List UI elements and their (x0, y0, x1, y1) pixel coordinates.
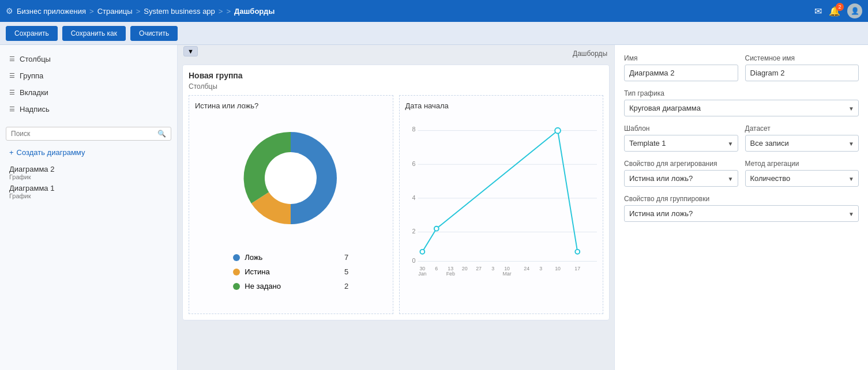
line-chart-title: Дата начала (405, 101, 598, 110)
legend-dot-istina (233, 269, 240, 275)
top-nav: ⚙ Бизнес приложения > Страницы > System … (0, 0, 868, 22)
sidebar-items: ☰ Столбцы ☰ Группа ☰ Вкладки ☰ Надпись (0, 45, 177, 123)
search-box: 🔍 (6, 127, 171, 141)
data-point-2 (434, 226, 438, 231)
diagram-1-type: График (9, 192, 168, 199)
dataset-select-wrap: Все записи Активные ▼ (745, 135, 859, 152)
breadcrumb-label: Дашборды (178, 47, 614, 60)
sidebar-item-label[interactable]: ☰ Надпись (0, 101, 177, 118)
nav-dashboards[interactable]: Дашборды (234, 7, 275, 16)
donut-container: Ложь 7 Истина 5 (195, 115, 387, 290)
group-property-label: Свойство для группировки (624, 195, 859, 203)
bell-icon[interactable]: 🔔 2 (829, 6, 840, 17)
data-point-3 (555, 128, 561, 134)
group-property-select-wrap: Истина или ложь? Дата начала ▼ (624, 205, 859, 222)
line-chart-polyline (422, 131, 577, 252)
nav-pages[interactable]: Страницы (97, 7, 133, 16)
data-point-4 (575, 250, 580, 254)
y-label-2: 2 (412, 228, 415, 235)
avatar[interactable]: 👤 (847, 3, 862, 18)
legend-count-istina: 5 (344, 267, 348, 276)
nav-app[interactable]: Бизнес приложения (17, 7, 86, 16)
clear-button[interactable]: Очистить (130, 26, 178, 41)
chart-type-field: Тип графика Круговая диаграмма Столбчата… (624, 89, 859, 116)
diagram-1-name: Диаграмма 1 (9, 184, 168, 192)
group-subtitle: Столбцы (189, 82, 603, 90)
sidebar-item-group[interactable]: ☰ Группа (0, 67, 177, 84)
agg-property-select[interactable]: Истина или ложь? Дата начала (624, 170, 738, 187)
dataset-label: Датасет (745, 124, 859, 133)
main-layout: ☰ Столбцы ☰ Группа ☰ Вкладки ☰ Надпись 🔍… (0, 45, 868, 370)
search-input[interactable] (11, 130, 157, 138)
top-nav-icons: ✉ 🔔 2 👤 (814, 3, 862, 18)
svg-text:3: 3 (539, 266, 542, 271)
group-property-select[interactable]: Истина или ложь? Дата начала (624, 205, 859, 222)
legend-label-istina: Истина (245, 267, 269, 276)
name-label: Имя (624, 54, 738, 62)
create-diagram-label: Создать диаграмму (17, 148, 85, 157)
svg-text:27: 27 (476, 266, 482, 271)
mail-icon[interactable]: ✉ (814, 6, 822, 17)
agg-property-label: Свойство для агрегирования (624, 160, 738, 168)
collapse-button[interactable]: ▼ (183, 46, 198, 56)
sys-name-field: Системное имя (745, 54, 859, 81)
sidebar-label-group: Группа (20, 71, 43, 80)
content-area: ▼ Дашборды Новая группа Столбцы Истина и… (178, 45, 614, 370)
donut-chart-block: Истина или ложь? (189, 95, 393, 314)
search-icon: 🔍 (157, 130, 166, 138)
sidebar-item-columns[interactable]: ☰ Столбцы (0, 51, 177, 67)
diagram-2-type: График (9, 173, 168, 180)
sys-name-input[interactable] (745, 65, 859, 81)
dashboard-card: Новая группа Столбцы Истина или ложь? (182, 65, 610, 320)
svg-text:Mar: Mar (502, 271, 511, 276)
legend-item-lozh: Ложь 7 (233, 253, 348, 262)
legend-dot-lozh (233, 254, 240, 261)
gear-icon-nav: ⚙ (6, 6, 13, 16)
svg-text:17: 17 (574, 266, 580, 271)
legend-label-ne-zadano: Не задано (245, 282, 281, 290)
dataset-select[interactable]: Все записи Активные (745, 135, 859, 152)
sidebar-label-nadpis: Надпись (20, 105, 50, 114)
save-as-button[interactable]: Сохранить как (62, 26, 126, 41)
template-field: Шаблон Template 1 Template 2 ▼ (624, 124, 738, 152)
diagram-2-name: Диаграмма 2 (9, 165, 168, 173)
agg-method-label: Метод агрегации (745, 160, 859, 168)
right-panel: Имя Системное имя Тип графика Круговая д… (614, 45, 868, 370)
save-button[interactable]: Сохранить (6, 26, 58, 41)
legend-label-lozh: Ложь (245, 253, 262, 262)
create-diagram-button[interactable]: + Создать диаграмму (0, 144, 177, 161)
chart-type-row: Тип графика Круговая диаграмма Столбчата… (624, 89, 859, 116)
diagram-entry-1[interactable]: Диаграмма 1 График (9, 182, 168, 201)
sidebar-item-tabs[interactable]: ☰ Вкладки (0, 84, 177, 101)
agg-property-select-wrap: Истина или ложь? Дата начала ▼ (624, 170, 738, 187)
svg-text:Jan: Jan (418, 271, 426, 276)
chart-type-select-wrap: Круговая диаграмма Столбчатая диаграмма … (624, 100, 859, 116)
name-row: Имя Системное имя (624, 54, 859, 81)
line-chart-svg: 8 6 4 2 0 30 (405, 115, 598, 276)
template-select-wrap: Template 1 Template 2 ▼ (624, 135, 738, 152)
template-dataset-row: Шаблон Template 1 Template 2 ▼ Датасет В… (624, 124, 859, 152)
template-select[interactable]: Template 1 Template 2 (624, 135, 738, 152)
chart-type-select[interactable]: Круговая диаграмма Столбчатая диаграмма … (624, 100, 859, 116)
y-label-4: 4 (412, 194, 415, 201)
legend-item-istina: Истина 5 (233, 267, 348, 276)
plus-icon: + (9, 148, 14, 157)
legend-count-ne-zadano: 2 (344, 282, 348, 290)
legend-dot-ne-zadano (233, 283, 240, 290)
name-field: Имя (624, 54, 738, 81)
name-input[interactable] (624, 65, 738, 81)
svg-text:3: 3 (491, 266, 494, 271)
donut-chart-svg (233, 120, 348, 236)
agg-method-select[interactable]: Количество Сумма Среднее (745, 170, 859, 187)
breadcrumb: ⚙ Бизнес приложения > Страницы > System … (6, 6, 275, 16)
sidebar-label-tabs: Вкладки (20, 88, 48, 97)
agg-method-field: Метод агрегации Количество Сумма Среднее… (745, 160, 859, 187)
donut-chart-title: Истина или ложь? (195, 101, 387, 110)
label-icon: ☰ (9, 105, 15, 113)
diagram-entry-2[interactable]: Диаграмма 2 График (9, 163, 168, 182)
svg-text:6: 6 (435, 266, 438, 271)
nav-system[interactable]: System business app (144, 7, 215, 16)
diagram-list: Диаграмма 2 График Диаграмма 1 График (0, 161, 177, 203)
left-sidebar: ☰ Столбцы ☰ Группа ☰ Вкладки ☰ Надпись 🔍… (0, 45, 178, 370)
legend-item-ne-zadano: Не задано 2 (233, 282, 348, 290)
